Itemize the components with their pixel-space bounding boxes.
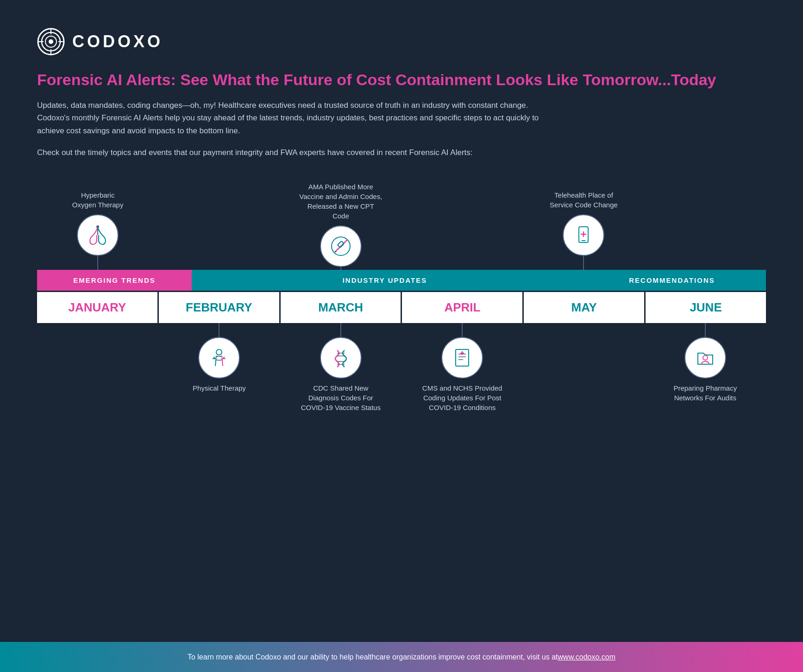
- description-1: Updates, data mandates, coding changes—o…: [37, 99, 546, 137]
- bottom-label-april: CMS and NCHS ProvidedCoding Updates For …: [422, 383, 502, 412]
- month-february: FEBRUARY: [159, 292, 281, 323]
- month-january: JANUARY: [37, 292, 159, 323]
- bottom-label-february: Physical Therapy: [193, 383, 246, 393]
- icon-phone-health: [563, 214, 604, 256]
- footer-text: To learn more about Codoxo and our abili…: [188, 653, 558, 661]
- bottom-label-june: Preparing PharmacyNetworks For Audits: [673, 383, 737, 403]
- bottom-item-may: [523, 323, 644, 448]
- description-2: Check out the timely topics and events t…: [37, 146, 766, 159]
- bottom-item-february: Physical Therapy: [158, 323, 280, 448]
- month-june: JUNE: [646, 292, 766, 323]
- banner-industry: INDUSTRY UPDATES: [192, 270, 578, 291]
- top-item-march: AMA Published MoreVaccine and Admin Code…: [280, 182, 402, 270]
- top-label-january: HyperbaricOxygen Therapy: [72, 190, 124, 210]
- top-item-april: [402, 182, 523, 270]
- top-label-march: AMA Published MoreVaccine and Admin Code…: [299, 182, 383, 221]
- svg-rect-12: [338, 241, 344, 248]
- month-banner-row: EMERGING TRENDS INDUSTRY UPDATES RECOMME…: [37, 270, 766, 323]
- logo-area: CODOXO: [37, 28, 766, 56]
- top-item-february: [158, 182, 280, 270]
- icon-physical-therapy: [198, 337, 240, 379]
- banner-emerging: EMERGING TRENDS: [37, 270, 192, 291]
- bottom-item-january: [37, 323, 158, 448]
- icon-dna: [320, 337, 362, 379]
- banner-recommendations: RECOMMENDATIONS: [578, 270, 766, 291]
- icon-lungs: [77, 214, 119, 256]
- top-item-may: Telehealth Place ofService Code Change: [523, 182, 644, 270]
- icon-pharmacy-audit: [684, 337, 726, 379]
- bottom-item-march: CDC Shared NewDiagnosis Codes ForCOVID-1…: [280, 323, 402, 448]
- svg-point-30: [703, 355, 708, 360]
- bottom-item-april: CMS and NCHS ProvidedCoding Updates For …: [402, 323, 523, 448]
- svg-point-3: [49, 39, 53, 44]
- svg-point-9: [96, 225, 99, 228]
- svg-line-11: [336, 242, 345, 251]
- svg-line-14: [335, 251, 336, 252]
- bottom-label-march: CDC Shared NewDiagnosis Codes ForCOVID-1…: [301, 383, 381, 412]
- svg-point-19: [216, 349, 222, 355]
- top-item-january: HyperbaricOxygen Therapy: [37, 182, 158, 270]
- main-title: Forensic AI Alerts: See What the Future …: [37, 69, 766, 90]
- timeline-wrapper: HyperbaricOxygen Therapy: [37, 182, 766, 448]
- main-container: CODOXO Forensic AI Alerts: See What the …: [0, 0, 803, 494]
- footer: To learn more about Codoxo and our abili…: [0, 642, 803, 672]
- month-april: APRIL: [402, 292, 524, 323]
- logo-text: CODOXO: [72, 32, 163, 51]
- month-march: MARCH: [281, 292, 402, 323]
- footer-link[interactable]: www.codoxo.com: [558, 653, 616, 661]
- bottom-items-container: Physical Therapy: [37, 323, 766, 448]
- top-label-may: Telehealth Place ofService Code Change: [550, 190, 618, 210]
- month-row: JANUARY FEBRUARY MARCH APRIL MAY JUNE: [37, 291, 766, 323]
- icon-medical-document: [441, 337, 483, 379]
- icon-syringe: [320, 225, 362, 267]
- codoxo-logo-icon: [37, 28, 65, 56]
- bottom-item-june: Preparing PharmacyNetworks For Audits: [645, 323, 766, 448]
- category-banners: EMERGING TRENDS INDUSTRY UPDATES RECOMME…: [37, 270, 766, 291]
- month-may: MAY: [524, 292, 646, 323]
- top-item-june: [645, 182, 766, 270]
- svg-line-13: [345, 240, 347, 242]
- top-items-container: HyperbaricOxygen Therapy: [37, 182, 766, 270]
